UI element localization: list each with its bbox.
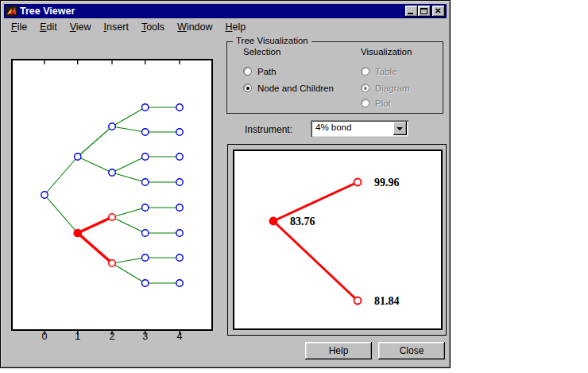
tree-node[interactable] — [142, 254, 149, 261]
radio-label: Node and Children — [257, 84, 334, 93]
tree-node[interactable] — [176, 179, 183, 185]
child-node[interactable] — [354, 179, 362, 186]
radio-diagram: Diagram — [361, 83, 409, 93]
radio-label: Table — [375, 67, 397, 76]
tree-node[interactable] — [142, 129, 149, 135]
tree-node[interactable] — [142, 179, 149, 185]
radio-path[interactable]: Path — [243, 66, 277, 76]
dropdown-button[interactable] — [393, 122, 407, 135]
tree-node[interactable] — [176, 230, 183, 236]
x-axis-tick-label: 4 — [177, 331, 183, 342]
maximize-button[interactable] — [418, 6, 431, 17]
radio-circle-icon[interactable] — [243, 84, 252, 92]
x-axis-tick-label: 2 — [110, 331, 115, 342]
x-axis-tick-label: 1 — [75, 331, 80, 342]
node-children-diagram: 83.7699.9681.84 — [234, 151, 441, 328]
child-node[interactable] — [354, 297, 362, 305]
node-diagram-axes: 83.7699.9681.84 — [233, 150, 443, 330]
tree-node[interactable] — [41, 192, 48, 198]
visualization-header: Visualization — [361, 47, 412, 56]
parent-node[interactable] — [269, 217, 277, 225]
menu-item-edit[interactable]: Edit — [33, 20, 64, 34]
radio-node-and-children[interactable]: Node and Children — [243, 83, 334, 93]
tree-node[interactable] — [142, 104, 149, 111]
radio-plot: Plot — [361, 98, 391, 108]
tree-node[interactable] — [142, 153, 149, 160]
selection-header: Selection — [243, 47, 280, 56]
parent-node-value: 83.76 — [290, 216, 315, 227]
help-button[interactable]: Help — [305, 342, 372, 359]
tree-node[interactable] — [109, 214, 115, 220]
tree-visualization-group: Tree Visualization Selection PathNode an… — [226, 41, 443, 114]
menu-item-window[interactable]: Window — [171, 20, 219, 34]
tree-node[interactable] — [142, 204, 149, 211]
tree-node[interactable] — [109, 123, 115, 130]
tree-node[interactable] — [109, 260, 115, 266]
tree-node[interactable] — [75, 153, 81, 160]
radio-label: Path — [257, 67, 277, 76]
tree-node[interactable] — [176, 204, 183, 211]
maximize-icon — [420, 8, 427, 14]
menu-item-view[interactable]: View — [64, 20, 98, 34]
radio-circle-icon[interactable] — [243, 67, 252, 76]
child-node-value: 99.96 — [374, 177, 400, 188]
tree-node[interactable] — [176, 129, 183, 135]
instrument-dropdown[interactable]: 4% bond — [311, 120, 408, 137]
selected-tree-node[interactable] — [74, 229, 81, 236]
menu-item-help[interactable]: Help — [219, 20, 253, 34]
radio-circle-icon — [361, 99, 369, 107]
tree-node[interactable] — [142, 230, 149, 236]
branch-line — [273, 221, 358, 301]
price-tree-plot: 01234 — [11, 59, 213, 347]
x-axis-tick-label: 3 — [142, 331, 148, 342]
x-axis-tick-label: 0 — [42, 331, 48, 342]
title-bar[interactable]: Tree Viewer ✕ — [4, 4, 447, 18]
menu-item-insert[interactable]: Insert — [98, 20, 135, 34]
node-diagram-panel: 83.7699.9681.84 — [227, 144, 447, 336]
menu-bar: FileEditViewInsertToolsWindowHelp — [5, 19, 446, 34]
matlab-icon[interactable] — [6, 6, 17, 17]
tree-viewer-window: Tree Viewer ✕ FileEditViewInsertToolsWin… — [0, 0, 451, 368]
radio-table: Table — [361, 66, 397, 76]
window-title: Tree Viewer — [20, 4, 75, 18]
close-dialog-button[interactable]: Close — [378, 342, 445, 359]
radio-label: Diagram — [375, 84, 409, 93]
group-title: Tree Visualization — [233, 36, 311, 45]
branch-line — [273, 182, 358, 221]
menu-item-tools[interactable]: Tools — [135, 20, 171, 34]
tree-node[interactable] — [142, 280, 149, 286]
close-button[interactable]: ✕ — [432, 6, 445, 17]
radio-circle-icon — [361, 67, 369, 76]
chevron-down-icon — [397, 127, 403, 130]
close-icon: ✕ — [435, 7, 441, 15]
instrument-label: Instrument: — [245, 124, 292, 135]
tree-node[interactable] — [176, 104, 183, 111]
tree-node[interactable] — [176, 153, 183, 160]
radio-label: Plot — [375, 99, 391, 108]
instrument-value: 4% bond — [315, 122, 351, 132]
tree-node[interactable] — [109, 169, 115, 176]
minimize-icon — [408, 13, 413, 14]
minimize-button[interactable] — [405, 6, 418, 17]
tree-node[interactable] — [176, 280, 183, 286]
menu-item-file[interactable]: File — [5, 20, 33, 34]
child-node-value: 81.84 — [374, 295, 400, 307]
radio-circle-icon — [361, 84, 369, 92]
tree-node[interactable] — [176, 254, 183, 261]
